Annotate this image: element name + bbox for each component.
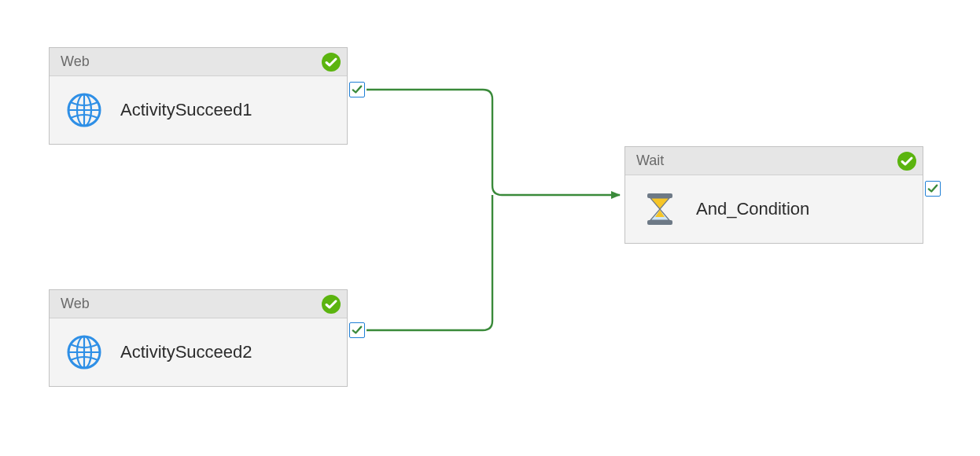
svg-rect-11 (647, 193, 672, 198)
node-name: ActivitySucceed2 (120, 342, 252, 362)
node-type-label: Web (61, 296, 90, 312)
node-header: Wait (625, 147, 923, 175)
status-success-icon (322, 53, 341, 72)
node-name: ActivitySucceed1 (120, 100, 252, 120)
status-success-icon (322, 295, 341, 314)
output-port-success[interactable] (349, 322, 365, 338)
pipeline-canvas[interactable]: Web ActivitySucceed1 We (0, 0, 980, 456)
globe-icon (65, 91, 103, 129)
node-body: ActivitySucceed2 (50, 318, 347, 386)
connector-activity2-to-condition[interactable] (367, 195, 492, 330)
node-type-label: Wait (636, 153, 664, 169)
node-body: ActivitySucceed1 (50, 76, 347, 144)
status-success-icon (897, 152, 916, 171)
hourglass-icon (641, 190, 679, 228)
node-header: Web (50, 290, 347, 318)
node-type-label: Web (61, 53, 90, 70)
output-port-success[interactable] (925, 181, 941, 197)
globe-icon (65, 333, 103, 371)
activity-node-activitysucceed2[interactable]: Web ActivitySucceed2 (49, 289, 348, 387)
activity-node-and-condition[interactable]: Wait And_Condition (624, 146, 923, 244)
connector-activity1-to-condition[interactable] (367, 90, 620, 195)
node-name: And_Condition (696, 199, 809, 219)
activity-node-activitysucceed1[interactable]: Web ActivitySucceed1 (49, 47, 348, 145)
node-header: Web (50, 48, 347, 76)
output-port-success[interactable] (349, 82, 365, 97)
svg-rect-12 (647, 220, 672, 225)
node-body: And_Condition (625, 175, 923, 243)
